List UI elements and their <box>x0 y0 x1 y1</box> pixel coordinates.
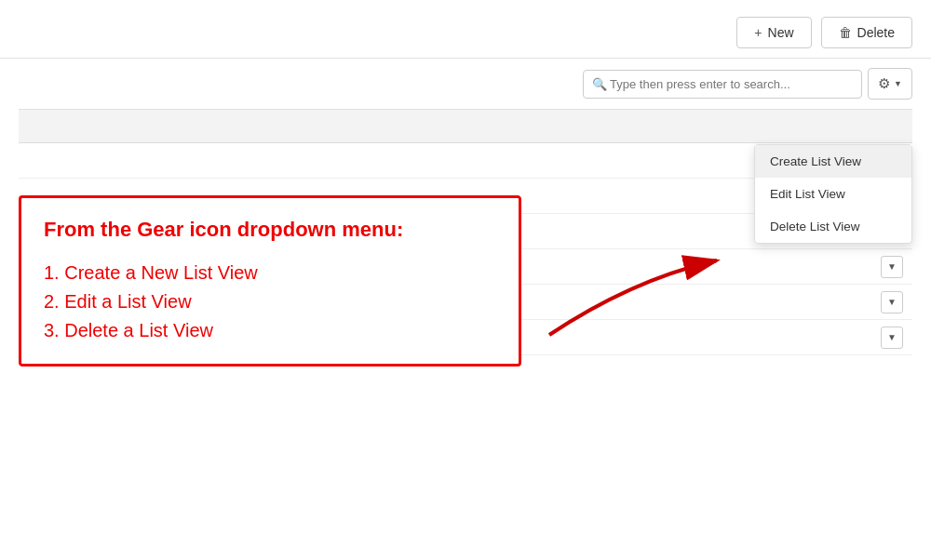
annotation-list: 1. Create a New List View 2. Edit a List… <box>44 262 496 341</box>
trash-icon: 🗑 <box>839 25 852 40</box>
gear-dropdown-button[interactable]: ⚙ ▼ <box>868 68 912 100</box>
row-expand-button[interactable]: ▼ <box>881 291 903 313</box>
table-header-row <box>19 110 912 143</box>
gear-icon: ⚙ <box>878 75 890 92</box>
search-input[interactable] <box>583 70 862 99</box>
annotation-item-3: 3. Delete a List View <box>44 320 496 341</box>
annotation-box: From the Gear icon dropdown menu: 1. Cre… <box>19 195 521 367</box>
dropdown-item-create[interactable]: Create List View <box>755 145 911 178</box>
annotation-item-2: 2. Edit a List View <box>44 291 496 313</box>
plus-icon: + <box>754 25 762 40</box>
dropdown-item-edit[interactable]: Edit List View <box>755 178 911 210</box>
search-icon: 🔍 <box>592 77 607 91</box>
search-bar-row: 🔍 ⚙ ▼ <box>0 59 931 109</box>
search-wrapper: 🔍 <box>583 70 862 99</box>
toolbar: + New 🗑 Delete <box>0 0 931 59</box>
row-expand-button[interactable]: ▼ <box>881 327 903 349</box>
new-button-label: New <box>768 25 794 40</box>
gear-dropdown-menu: Create List View Edit List View Delete L… <box>754 144 912 244</box>
annotation-title: From the Gear icon dropdown menu: <box>44 217 496 244</box>
delete-button-label: Delete <box>857 25 895 40</box>
dropdown-item-delete[interactable]: Delete List View <box>755 210 911 243</box>
annotation-item-1: 1. Create a New List View <box>44 262 496 284</box>
row-expand-button[interactable]: ▼ <box>881 256 903 278</box>
chevron-down-icon: ▼ <box>894 79 902 88</box>
delete-button[interactable]: 🗑 Delete <box>821 17 912 48</box>
new-button[interactable]: + New <box>736 17 811 48</box>
